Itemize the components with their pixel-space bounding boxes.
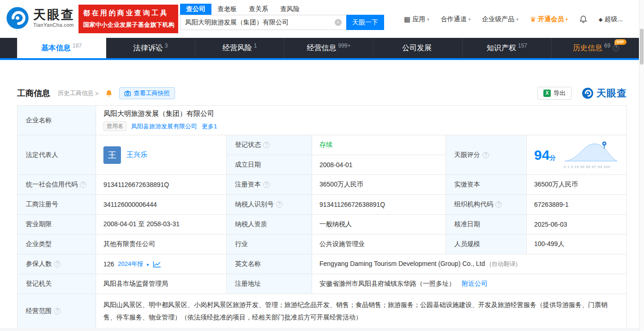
former-name-tag: 曾用名 — [103, 121, 126, 131]
logo-domain: TianYanCha.com — [33, 22, 75, 28]
nav-vip-label: 开通会员 — [538, 15, 564, 24]
tab-count: 157 — [518, 42, 527, 49]
row-registration-numbers: 工商注册号 341126000006444 纳税人识别号? 9134112667… — [18, 195, 627, 215]
former-name-link[interactable]: 凤阳县旅游发展有限公司 — [131, 122, 197, 131]
bell-icon — [579, 15, 587, 24]
label-company-type: 企业类型 — [18, 235, 96, 254]
annual-report-link[interactable]: 2024年报 — [118, 260, 143, 268]
nav-enterprise-products[interactable]: 企业级产品 ▾ — [482, 15, 518, 24]
value-business-scope: 凤阳山风景区、明中都风景区、小岗村风景区旅游开发、管理；旅游纪念品开发、销售；食… — [96, 294, 627, 328]
help-icon[interactable]: ? — [495, 201, 502, 208]
search-tab-risk[interactable]: 查风险 — [274, 4, 306, 15]
value-taxpayer-id: 91341126672638891Q — [312, 195, 446, 215]
camera-icon — [124, 90, 131, 97]
help-icon[interactable]: ? — [482, 152, 489, 158]
search-button[interactable]: 天眼一下 — [346, 15, 384, 30]
section-title: 工商信息 — [17, 88, 50, 99]
tab-label: 法律诉讼 — [133, 43, 163, 53]
auto-translate-note: (自动翻译) — [489, 260, 518, 267]
value-registration-authority: 凤阳县市场监督管理局 — [96, 274, 227, 294]
business-scope-text: 凤阳山风景区、明中都风景区、小岗村风景区旅游开发、管理；旅游纪念品开发、销售；食… — [103, 299, 619, 323]
section-toolbar: 工商信息 历史工商信息 > 查看工商快照 X 导出 — [17, 87, 627, 100]
row-company-name: 企业名称 凤阳大明旅游发展（集团）有限公司 曾用名 凤阳县旅游发展有限公司 更多… — [18, 106, 627, 135]
clear-search-icon[interactable]: × — [335, 19, 342, 26]
help-icon[interactable]: ? — [263, 181, 270, 188]
business-info-table: 企业名称 凤阳大明旅游发展（集团）有限公司 曾用名 凤阳县旅游发展有限公司 更多… — [17, 105, 627, 328]
nav-super-vip[interactable]: ◆ 超级... — [599, 15, 623, 24]
history-business-info-link[interactable]: 历史工商信息 > — [58, 89, 99, 97]
help-icon[interactable]: ? — [80, 181, 86, 188]
logo-text: 天眼查 — [33, 8, 75, 21]
value-approval-date: 2025-06-03 — [527, 215, 627, 235]
tab-history-info[interactable]: VIP 历史信息 69 ? — [552, 38, 641, 58]
search-tabs: 查公司 查老板 查关系 查风险 — [180, 4, 384, 15]
label-english-name: 英文名称 — [227, 254, 312, 274]
help-icon[interactable]: ? — [613, 45, 619, 51]
nav-cooperation[interactable]: 合作通道 ▾ — [441, 15, 471, 24]
nearby-companies-link[interactable]: 附近公司 — [462, 280, 488, 287]
help-icon[interactable]: ? — [54, 308, 60, 314]
english-name: Fengyang Daming Tourism Development (Gro… — [319, 260, 485, 267]
row-legal-status: 法定代表人 王 王兴乐 登记状态? 存续 天眼评分? 94分 — [18, 135, 627, 155]
snapshot-label: 查看工商快照 — [134, 89, 170, 97]
tab-legal-proceedings[interactable]: 法律诉讼 3 — [106, 38, 195, 58]
search-input[interactable] — [180, 15, 346, 30]
company-name: 凤阳大明旅游发展（集团）有限公司 — [103, 109, 619, 118]
tab-operating-risk[interactable]: 经营风险 1 — [195, 38, 284, 58]
tab-basic-info[interactable]: 基本信息 187 — [17, 38, 106, 58]
search-tab-boss[interactable]: 查老板 — [211, 4, 243, 15]
export-button[interactable]: X 导出 — [537, 87, 572, 100]
help-icon[interactable]: ? — [54, 261, 60, 267]
search-area: 查公司 查老板 查关系 查风险 × 天眼一下 — [180, 4, 384, 30]
value-industry: 公共设施管理业 — [312, 235, 446, 254]
row-insured: 参保人数? 126 2024年报 ▸ 英文名称 — [18, 254, 627, 274]
nav-apps-label: 应用 — [412, 15, 425, 24]
label-registered-capital: 注册资本? — [227, 175, 312, 195]
export-label: 导出 — [554, 89, 566, 97]
history-link-label: 历史工商信息 — [58, 89, 94, 97]
tab-count: 999+ — [338, 42, 350, 49]
bell-icon — [105, 90, 113, 97]
company-section-tabs: 基本信息 187 法律诉讼 3 经营风险 1 经营信息 999+ 公司发展 知识… — [0, 38, 644, 60]
subscribe-bell[interactable] — [105, 90, 113, 97]
tab-label: 经营信息 — [307, 43, 336, 53]
watermark-logo: 天眼查 — [582, 87, 627, 100]
notification-bell[interactable] — [579, 15, 587, 24]
next-section-divider — [0, 328, 644, 331]
page-scrollbar[interactable] — [639, 0, 644, 331]
watermark-text: 天眼查 — [596, 87, 627, 100]
tab-company-development[interactable]: 公司发展 — [373, 38, 463, 58]
tab-count: 187 — [72, 42, 82, 49]
chevron-down-icon: ▾ — [566, 17, 568, 22]
nav-apps[interactable]: ▦ 应用 ▾ — [404, 15, 429, 24]
tianyancha-logo[interactable]: 天眼查 TianYanCha.com — [6, 6, 75, 30]
insured-number: 126 — [103, 260, 114, 268]
insured-trend-chart-icon[interactable] — [153, 261, 161, 268]
slogan-line1: 都在用的商业查询工具 — [83, 9, 174, 18]
label-taxpayer-quality: 纳税人资质 — [227, 215, 312, 235]
nav-super-label: 超级... — [604, 15, 623, 24]
value-insured-count: 126 2024年报 ▸ — [96, 254, 227, 274]
value-uscc: 91341126672638891Q — [96, 175, 227, 195]
search-tab-relation[interactable]: 查关系 — [243, 4, 274, 15]
value-registration-status: 存续 — [312, 135, 446, 155]
tab-intellectual-property[interactable]: 知识产权 157 — [463, 38, 552, 58]
tianyancha-logo-icon — [6, 6, 30, 30]
chevron-down-icon: ▾ — [516, 17, 518, 22]
value-paid-capital: 36500万人民币 — [527, 175, 627, 195]
label-business-term: 营业期限 — [18, 215, 96, 235]
view-snapshot-button[interactable]: 查看工商快照 — [119, 87, 175, 99]
legal-rep-avatar[interactable]: 王 — [103, 146, 121, 164]
value-org-code: 67263889-1 — [527, 195, 627, 215]
tab-business-info[interactable]: 经营信息 999+ — [284, 38, 373, 58]
value-tianyan-score: 94分 0 1 3 15 50 85 97 99 100 — [527, 135, 627, 175]
value-legal-representative: 王 王兴乐 — [96, 135, 227, 175]
search-tab-company[interactable]: 查公司 — [180, 4, 211, 15]
scrollbar-thumb[interactable] — [640, 29, 644, 65]
nav-vip-upgrade[interactable]: ♛ 开通会员 ▾ — [530, 15, 568, 24]
help-icon[interactable]: ? — [263, 142, 270, 148]
help-icon[interactable]: ? — [276, 201, 283, 208]
row-company-type: 企业类型 其他有限责任公司 行业 公共设施管理业 人员规模 100-499人 — [18, 235, 627, 254]
legal-rep-name-link[interactable]: 王兴乐 — [126, 150, 147, 159]
more-former-names-link[interactable]: 更多1 — [202, 122, 217, 131]
